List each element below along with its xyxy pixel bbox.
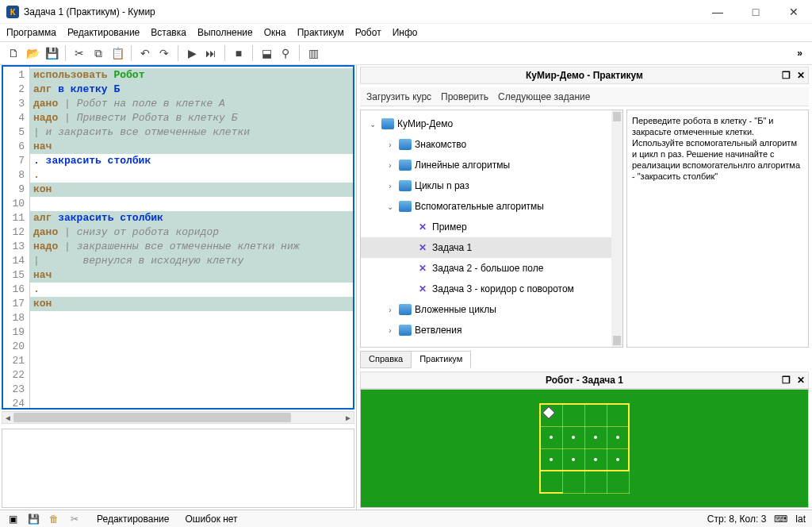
code-line[interactable]: дано | Робот на поле в клетке А [30,97,353,111]
menu-Окна[interactable]: Окна [264,27,286,38]
tree-item[interactable]: ›Линейные алгоритмы [361,155,622,175]
panel-restore-icon[interactable]: ❐ [782,70,791,81]
code-line[interactable]: . [30,283,353,297]
menu-Редактирование[interactable]: Редактирование [67,27,140,38]
menu-Робот[interactable]: Робот [355,27,381,38]
tree-label: Пример [432,221,467,233]
menubar: ПрограммаРедактированиеВставкаВыполнение… [0,24,812,41]
tab-praktikum[interactable]: Практикум [411,351,471,368]
tree-twisty-icon[interactable]: › [385,182,396,190]
tree-item[interactable]: ⌄КуМир-Демо [361,113,622,134]
output-console[interactable] [2,429,354,508]
redo-icon[interactable]: ↷ [155,44,173,62]
action-Проверить[interactable]: Проверить [441,91,488,102]
code-line[interactable]: алг в клетку Б [30,83,353,97]
code-editor[interactable]: 123456789101112131415161718192021222324 … [2,65,354,410]
tree-item[interactable]: ✕Пример [361,217,622,237]
tree-label: Задача 1 [432,242,472,253]
tree-twisty-icon[interactable]: ⌄ [385,202,396,211]
new-file-icon[interactable]: 🗋 [5,44,22,62]
status-icon-2[interactable]: 💾 [27,513,40,525]
tree-item[interactable]: ✕Задача 1 [361,237,622,258]
code-line[interactable] [30,397,353,408]
panel-close-icon[interactable]: ✕ [797,70,805,81]
tree-twisty-icon[interactable]: ⌄ [367,120,378,129]
expand-toolbar-icon[interactable]: » [792,48,807,59]
tree-item[interactable]: ✕Задача 2 - большое поле [361,258,622,279]
course-tree[interactable]: ⌄КуМир-Демо›Знакомство›Линейные алгоритм… [360,110,623,348]
tree-item[interactable]: ›Ветвления [361,320,622,340]
tree-label: Циклы n раз [415,180,469,191]
status-icon-1[interactable]: ▣ [6,513,19,525]
maximize-button[interactable]: □ [744,6,768,18]
code-area[interactable]: использовать Роботалг в клетку Бдано | Р… [30,67,353,408]
code-line[interactable] [30,368,353,383]
code-line[interactable] [30,197,353,211]
tree-vscroll[interactable] [611,110,622,347]
minimize-button[interactable]: — [706,6,730,18]
folder-icon [399,139,412,150]
tree-twisty-icon[interactable]: › [385,326,396,335]
code-line[interactable]: кон [30,297,353,311]
status-icon-4[interactable]: ✂ [68,513,81,525]
tree-label: Вспомогательные алгоритмы [415,201,544,212]
folder-icon [399,325,412,336]
tree-item[interactable]: ›Вложенные циклы [361,299,622,320]
titlebar: К Задача 1 (Практикум) - Кумир — □ ✕ [0,0,812,24]
tree-item[interactable]: ⌄Вспомогательные алгоритмы [361,196,622,217]
code-line[interactable]: | вернулся в исходную клетку [30,254,353,268]
tree-twisty-icon[interactable]: › [385,306,396,314]
code-line[interactable]: надо | Привести Робота в клетку Б [30,111,353,125]
robot-field[interactable] [360,389,809,508]
code-line[interactable] [30,311,353,325]
tree-item[interactable]: ›Знакомство [361,134,622,155]
tree-item[interactable]: ›Циклы n раз [361,175,622,196]
tool2-icon[interactable]: ⚲ [277,44,294,62]
stop-icon[interactable]: ■ [230,44,247,62]
menu-Выполнение[interactable]: Выполнение [197,27,253,38]
code-line[interactable] [30,340,353,354]
save-icon[interactable]: 💾 [43,44,60,62]
status-icon-3[interactable]: 🗑 [48,513,60,525]
code-line[interactable]: алг закрасить столбик [30,211,353,225]
tree-label: Задача 3 - коридор с поворотом [432,283,574,294]
tree-label: Линейные алгоритмы [415,160,510,171]
layout-icon[interactable]: ▥ [304,44,322,62]
editor-hscroll[interactable]: ◄► [2,411,354,424]
cut-icon[interactable]: ✂ [71,44,88,62]
code-line[interactable]: нач [30,140,353,154]
menu-Инфо[interactable]: Инфо [393,27,418,38]
code-line[interactable]: использовать Робот [30,68,353,83]
step-icon[interactable]: ⏭ [202,44,220,62]
code-line[interactable] [30,354,353,368]
robot-restore-icon[interactable]: ❐ [782,375,791,386]
tool1-icon[interactable]: ⬓ [258,44,275,62]
code-line[interactable]: . закрасить столбик [30,154,353,168]
action-Следующее задание[interactable]: Следующее задание [498,91,590,102]
paste-icon[interactable]: 📋 [109,44,126,62]
status-mode: Редактирование [97,514,169,525]
code-line[interactable]: . [30,168,353,183]
run-icon[interactable]: ▶ [183,44,201,62]
robot-close-icon[interactable]: ✕ [797,375,805,386]
copy-icon[interactable]: ⧉ [90,44,107,62]
code-line[interactable]: нач [30,268,353,283]
tree-twisty-icon[interactable]: › [385,140,396,149]
tree-twisty-icon[interactable]: › [385,161,396,170]
tree-item[interactable]: ✕Задача 3 - коридор с поворотом [361,279,622,299]
tab-help[interactable]: Справка [360,351,412,368]
action-Загрузить курс[interactable]: Загрузить курс [366,91,431,102]
menu-Практикум[interactable]: Практикум [297,27,344,38]
code-line[interactable] [30,383,353,397]
code-line[interactable]: надо | закрашенны все отмеченные клетки … [30,240,353,254]
open-file-icon[interactable]: 📂 [24,44,41,62]
status-errors: Ошибок нет [185,514,237,525]
code-line[interactable]: кон [30,183,353,197]
code-line[interactable]: дано | снизу от робота коридор [30,225,353,240]
code-line[interactable] [30,325,353,340]
close-button[interactable]: ✕ [782,6,806,18]
menu-Программа[interactable]: Программа [6,27,56,38]
code-line[interactable]: | и закрасить все отмеченные клетки [30,125,353,140]
undo-icon[interactable]: ↶ [136,44,154,62]
menu-Вставка[interactable]: Вставка [151,27,186,38]
